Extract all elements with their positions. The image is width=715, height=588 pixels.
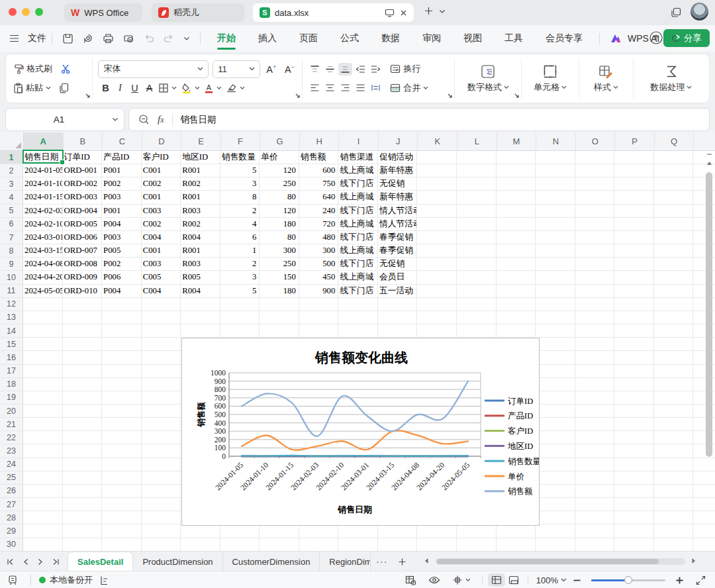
column-header-G[interactable]: G [260,132,300,150]
cell-G2[interactable]: 120 [260,164,299,177]
cell-O2[interactable] [575,164,615,177]
cell-M5[interactable] [497,205,536,218]
cell-Q19[interactable] [654,391,694,405]
align-bottom-icon[interactable] [338,63,352,75]
row-header-1[interactable]: 1 [0,151,23,164]
cell-H5[interactable]: 240 [299,205,339,218]
sales-line-chart[interactable]: 010020030040050060070080090010002024-01-… [181,338,540,526]
cell-G6[interactable]: 180 [260,218,299,231]
cell-F5[interactable]: 2 [220,205,260,218]
cell-H30[interactable] [299,538,339,551]
styles-group[interactable]: 样式 [579,58,633,99]
group-expand-icon[interactable] [514,93,519,98]
cell-F10[interactable]: 3 [220,271,260,284]
cell-I8[interactable]: 线上商城 [338,244,378,258]
horizontal-scroll-thumb[interactable] [437,559,659,564]
copy-button[interactable] [57,81,71,95]
cell-N7[interactable] [536,231,575,244]
share-button[interactable]: 分享 [663,29,710,47]
cell-C27[interactable] [102,498,142,511]
cell-N3[interactable] [536,177,575,191]
cell-L6[interactable] [457,218,497,231]
cell-N15[interactable] [536,338,575,351]
print-preview-icon[interactable] [123,33,134,44]
cell-B18[interactable] [63,378,103,391]
cell-E30[interactable] [181,538,220,551]
cell-L10[interactable] [457,271,497,284]
cell-B12[interactable] [63,298,103,311]
group-expand-icon[interactable] [295,93,300,98]
cell-B5[interactable]: ORD-004 [63,205,103,218]
cell-J10[interactable]: 会员日 [378,271,418,284]
cell-P13[interactable] [614,311,654,324]
cell-I4[interactable]: 线上商城 [338,191,378,204]
cell-Q16[interactable] [654,351,694,364]
cell-N29[interactable] [536,524,575,538]
cell-K29[interactable] [417,524,457,538]
cell-P19[interactable] [614,391,654,405]
cell-B16[interactable] [63,351,103,364]
cell-I12[interactable] [338,298,378,311]
cell-A18[interactable] [23,378,63,391]
cell-O28[interactable] [575,511,615,524]
cell-O11[interactable] [575,285,615,298]
cell-M6[interactable] [497,218,536,231]
cell-M4[interactable] [497,191,536,204]
cell-C5[interactable]: P001 [102,205,142,218]
cell-H13[interactable] [299,311,339,324]
cell-D13[interactable] [142,311,181,324]
cell-C21[interactable] [102,418,142,431]
cell-H12[interactable] [299,298,339,311]
cell-H8[interactable]: 300 [299,244,339,258]
cell-C10[interactable]: P006 [102,271,142,284]
cell-P5[interactable] [614,205,654,218]
font-size-select[interactable]: 11 [213,60,260,78]
cell-Q14[interactable] [654,324,694,338]
cell-F1[interactable]: 销售数量 [220,151,260,164]
cell-B13[interactable] [63,311,103,324]
cell-B15[interactable] [63,338,103,351]
cell-D3[interactable]: C002 [142,177,181,191]
first-sheet-icon[interactable] [7,558,14,565]
cell-settings-icon[interactable] [8,575,19,585]
cell-A25[interactable] [23,471,63,485]
cell-M3[interactable] [497,177,536,191]
cell-B19[interactable] [63,391,103,405]
cell-J1[interactable]: 促销活动 [378,151,418,164]
menu-tab-审阅[interactable]: 审阅 [421,30,442,47]
cell-D1[interactable]: 客户ID [142,151,181,164]
monitor-icon[interactable] [385,9,395,17]
cell-A24[interactable] [23,458,63,471]
cell-F6[interactable]: 4 [220,218,260,231]
cell-G29[interactable] [260,524,299,538]
cell-K4[interactable] [417,191,457,204]
cell-Q4[interactable] [654,191,694,204]
fullscreen-icon[interactable] [696,575,706,585]
cell-P1[interactable] [614,151,654,164]
cell-D10[interactable]: C005 [142,271,181,284]
cell-O9[interactable] [575,258,615,271]
cell-G7[interactable]: 80 [260,231,299,244]
column-header-I[interactable]: I [339,132,379,150]
cell-F29[interactable] [220,524,260,538]
cell-D14[interactable] [142,324,181,338]
cell-P9[interactable] [614,258,654,271]
series-line-销售数量[interactable] [242,456,468,456]
zoom-slider[interactable] [591,579,665,581]
cell-O14[interactable] [575,324,615,338]
cell-D5[interactable]: C003 [142,205,181,218]
row-header-28[interactable]: 28 [0,511,23,524]
cell-N5[interactable] [536,205,575,218]
menu-tab-数据[interactable]: 数据 [380,30,401,47]
close-window-button[interactable] [9,8,17,16]
row-header-21[interactable]: 21 [0,418,23,431]
cell-N13[interactable] [536,311,575,324]
cell-O8[interactable] [575,244,615,258]
cell-D30[interactable] [142,538,181,551]
cell-D11[interactable]: C004 [142,285,181,298]
row-header-12[interactable]: 12 [0,298,23,311]
cell-B10[interactable]: ORD-009 [63,271,103,284]
cell-I1[interactable]: 销售渠道 [338,151,378,164]
hscroll-left-icon[interactable] [424,558,429,564]
increase-indent-icon[interactable] [369,63,383,75]
